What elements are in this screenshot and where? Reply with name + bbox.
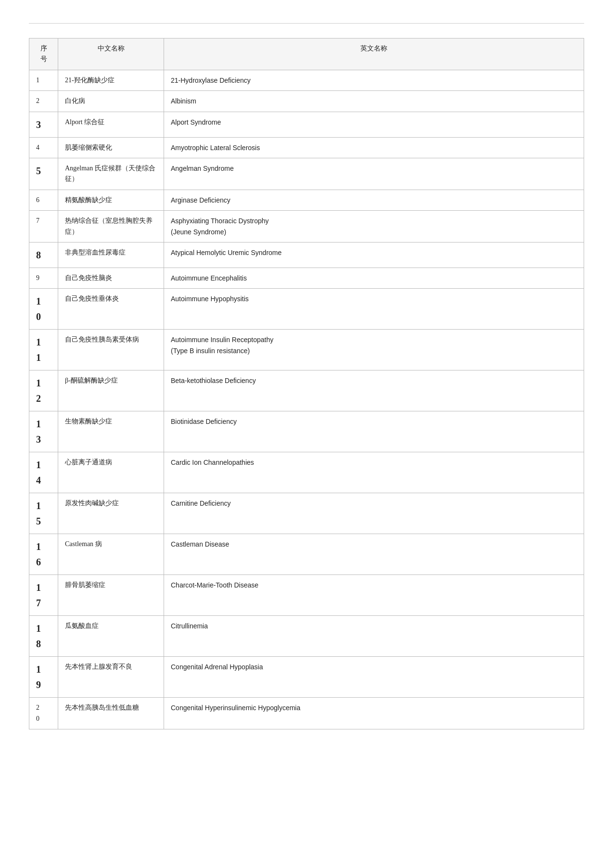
english-name: Arginase Deficiency [164, 190, 584, 210]
row-number: 7 [29, 211, 58, 243]
table-row: 3Alport 综合征Alport Syndrome [29, 112, 584, 137]
table-row: 14心脏离子通道病Cardic Ion Channelopathies [29, 452, 584, 493]
chinese-name: 自己免疫性脑炎 [58, 268, 164, 288]
chinese-name: 腓骨肌萎缩症 [58, 575, 164, 616]
english-name: Albinism [164, 91, 584, 112]
english-name: Charcot-Marie-Tooth Disease [164, 575, 584, 616]
row-number: 20 [29, 698, 58, 729]
row-number: 2 [29, 91, 58, 112]
row-number: 17 [29, 575, 58, 616]
chinese-name: Alport 综合征 [58, 112, 164, 137]
english-name: Citrullinemia [164, 616, 584, 657]
chinese-name: Angelman 氏症候群（天使综合征） [58, 158, 164, 190]
table-row: 20先本性高胰岛生性低血糖Congenital Hyperinsulinemic… [29, 698, 584, 729]
chinese-name: 热纳综合征（室息性胸腔失养症） [58, 211, 164, 243]
row-number: 5 [29, 158, 58, 190]
table-row: 19先本性肾上腺发育不良Congenital Adrenal Hypoplasi… [29, 657, 584, 698]
row-number: 12 [29, 370, 58, 411]
english-name: Congenital Hyperinsulinemic Hypoglycemia [164, 698, 584, 729]
table-row: 6精氨酸酶缺少症Arginase Deficiency [29, 190, 584, 210]
table-row: 17腓骨肌萎缩症Charcot-Marie-Tooth Disease [29, 575, 584, 616]
english-name: 21-Hydroxylase Deficiency [164, 70, 584, 90]
row-number: 9 [29, 268, 58, 288]
row-number: 18 [29, 616, 58, 657]
chinese-name: 自己免疫性垂体炎 [58, 289, 164, 330]
chinese-name: 非典型溶血性尿毒症 [58, 242, 164, 268]
chinese-name: 21-羟化酶缺少症 [58, 70, 164, 90]
page-header [29, 19, 584, 24]
english-name: Castleman Disease [164, 534, 584, 575]
chinese-name: 先本性肾上腺发育不良 [58, 657, 164, 698]
col-header-num: 序号 [29, 38, 58, 70]
table-row: 2白化病Albinism [29, 91, 584, 112]
table-row: 8非典型溶血性尿毒症Atypical Hemolytic Uremic Synd… [29, 242, 584, 268]
table-row: 5Angelman 氏症候群（天使综合征）Angelman Syndrome [29, 158, 584, 190]
table-row: 11自己免疫性胰岛素受体病Autoimmune Insulin Receptop… [29, 330, 584, 370]
english-name: Atypical Hemolytic Uremic Syndrome [164, 242, 584, 268]
chinese-name: 原发性肉碱缺少症 [58, 493, 164, 534]
row-number: 15 [29, 493, 58, 534]
english-name: Alport Syndrome [164, 112, 584, 137]
row-number: 16 [29, 534, 58, 575]
row-number: 8 [29, 242, 58, 268]
english-name: Autoimmune Hypophysitis [164, 289, 584, 330]
table-row: 10自己免疫性垂体炎Autoimmune Hypophysitis [29, 289, 584, 330]
row-number: 19 [29, 657, 58, 698]
table-row: 16Castleman 病Castleman Disease [29, 534, 584, 575]
english-name: Asphyxiating Thoracic Dystrophy(Jeune Sy… [164, 211, 584, 243]
table-row: 15原发性肉碱缺少症Carnitine Deficiency [29, 493, 584, 534]
english-name: Cardic Ion Channelopathies [164, 452, 584, 493]
row-number: 3 [29, 112, 58, 137]
english-name: Biotinidase Deficiency [164, 411, 584, 452]
row-number: 10 [29, 289, 58, 330]
english-name: Amyotrophic Lateral Sclerosis [164, 137, 584, 158]
table-row: 13生物素酶缺少症Biotinidase Deficiency [29, 411, 584, 452]
chinese-name: 精氨酸酶缺少症 [58, 190, 164, 210]
disease-table: 序号 中文名称 英文名称 121-羟化酶缺少症21-Hydroxylase De… [29, 38, 584, 729]
col-header-chinese: 中文名称 [58, 38, 164, 70]
english-name: Carnitine Deficiency [164, 493, 584, 534]
english-name: Autoimmune Insulin Receptopathy(Type B i… [164, 330, 584, 370]
table-row: 4肌萎缩侧索硬化Amyotrophic Lateral Sclerosis [29, 137, 584, 158]
table-header-row: 序号 中文名称 英文名称 [29, 38, 584, 70]
row-number: 6 [29, 190, 58, 210]
col-header-english: 英文名称 [164, 38, 584, 70]
english-name: Congenital Adrenal Hypoplasia [164, 657, 584, 698]
row-number: 14 [29, 452, 58, 493]
row-number: 4 [29, 137, 58, 158]
chinese-name: 肌萎缩侧索硬化 [58, 137, 164, 158]
table-row: 121-羟化酶缺少症21-Hydroxylase Deficiency [29, 70, 584, 90]
english-name: Angelman Syndrome [164, 158, 584, 190]
row-number: 11 [29, 330, 58, 370]
chinese-name: 生物素酶缺少症 [58, 411, 164, 452]
chinese-name: Castleman 病 [58, 534, 164, 575]
chinese-name: β-酮硫解酶缺少症 [58, 370, 164, 411]
chinese-name: 心脏离子通道病 [58, 452, 164, 493]
table-row: 9自己免疫性脑炎Autoimmune Encephalitis [29, 268, 584, 288]
table-row: 18瓜氨酸血症Citrullinemia [29, 616, 584, 657]
table-row: 7热纳综合征（室息性胸腔失养症）Asphyxiating Thoracic Dy… [29, 211, 584, 243]
row-number: 13 [29, 411, 58, 452]
table-row: 12β-酮硫解酶缺少症Beta-ketothiolase Deficiency [29, 370, 584, 411]
chinese-name: 自己免疫性胰岛素受体病 [58, 330, 164, 370]
chinese-name: 白化病 [58, 91, 164, 112]
chinese-name: 瓜氨酸血症 [58, 616, 164, 657]
english-name: Beta-ketothiolase Deficiency [164, 370, 584, 411]
row-number: 1 [29, 70, 58, 90]
english-name: Autoimmune Encephalitis [164, 268, 584, 288]
chinese-name: 先本性高胰岛生性低血糖 [58, 698, 164, 729]
